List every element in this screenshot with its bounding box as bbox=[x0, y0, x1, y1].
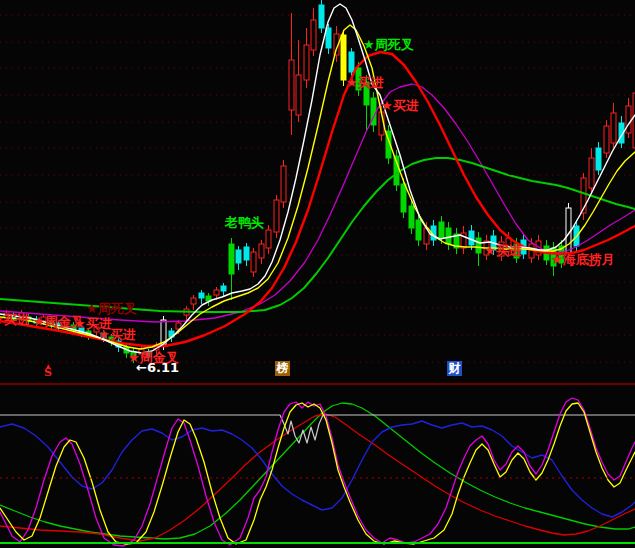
candle-body bbox=[304, 45, 309, 80]
ma-lines-layer bbox=[0, 4, 635, 353]
candle-body bbox=[409, 206, 414, 228]
candle-body bbox=[446, 228, 451, 244]
candle-body bbox=[64, 320, 69, 325]
candle-body bbox=[349, 52, 354, 72]
candle-body bbox=[244, 247, 249, 260]
candle-body bbox=[191, 298, 196, 304]
candle-body bbox=[356, 68, 361, 90]
candle-body bbox=[259, 244, 264, 258]
ma-magenta bbox=[0, 84, 635, 322]
candle-body bbox=[251, 252, 256, 272]
candle-body bbox=[401, 184, 406, 212]
candle-body bbox=[41, 317, 46, 321]
candle-body bbox=[469, 231, 474, 245]
candle-body bbox=[214, 290, 219, 295]
stock-chart-app: ★周死叉★买进★买进老鸭头★买进★海底捞月★买进★周金叉★买进★周死叉★买进★周… bbox=[0, 0, 635, 548]
candle-body bbox=[311, 20, 316, 50]
candle-body bbox=[229, 244, 234, 274]
candle-body bbox=[289, 60, 294, 110]
osc-green bbox=[0, 403, 635, 539]
candle-body bbox=[326, 28, 331, 48]
osc-magenta bbox=[0, 398, 635, 546]
candle-body bbox=[101, 333, 106, 338]
candle-body bbox=[626, 106, 631, 133]
candle-body bbox=[416, 220, 421, 240]
candle-body bbox=[296, 75, 301, 115]
oscillator-layer bbox=[0, 398, 635, 546]
candle-body bbox=[589, 158, 594, 188]
candle-body bbox=[131, 352, 136, 358]
candle-body bbox=[364, 82, 369, 105]
candle-body bbox=[281, 166, 286, 202]
candle-body bbox=[266, 230, 271, 248]
candle-body bbox=[476, 238, 481, 253]
candle-body bbox=[439, 222, 444, 238]
candle-body bbox=[236, 250, 241, 263]
candle-body bbox=[221, 286, 226, 291]
candle-body bbox=[604, 126, 609, 153]
candle-body bbox=[341, 35, 346, 80]
osc-yellow bbox=[0, 403, 635, 544]
candle-body bbox=[319, 5, 324, 28]
osc-white bbox=[0, 415, 635, 443]
chart-canvas[interactable] bbox=[0, 0, 635, 548]
candle-body bbox=[514, 244, 519, 258]
candle-body bbox=[596, 148, 601, 170]
osc-red bbox=[0, 414, 635, 541]
panel-divider-layer bbox=[0, 384, 635, 543]
ma-red bbox=[0, 52, 635, 346]
ma-yellow bbox=[0, 25, 635, 349]
candle-body bbox=[94, 327, 99, 332]
candle-body bbox=[611, 113, 616, 143]
candle-body bbox=[199, 293, 204, 298]
candle-body bbox=[274, 200, 279, 232]
